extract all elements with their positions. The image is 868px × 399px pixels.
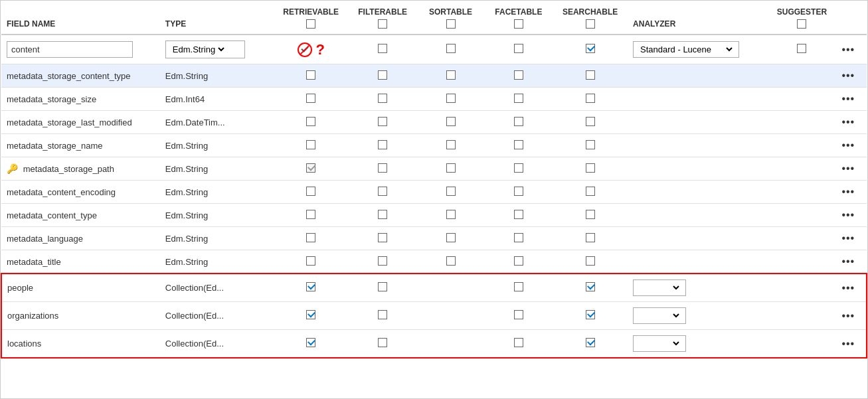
retrievable-checkbox[interactable] (306, 338, 315, 347)
row-actions-button[interactable]: ••• (841, 186, 855, 197)
searchable-checkbox[interactable] (586, 44, 595, 53)
col-header-searchable: SEARCHABLE (553, 1, 628, 35)
analyzer-select-wrapper[interactable]: Standard - Lucene (633, 41, 739, 58)
analyzer-select-wrapper[interactable] (633, 279, 686, 296)
row-actions-button[interactable]: ••• (841, 139, 855, 151)
field-name-cell: metadata_title (1, 250, 160, 274)
facetable-checkbox[interactable] (514, 187, 523, 196)
sortable-checkbox[interactable] (446, 94, 456, 103)
retrievable-checkbox[interactable] (306, 187, 315, 196)
row-actions-button[interactable]: ••• (841, 44, 855, 55)
searchable-checkbox[interactable] (586, 140, 595, 149)
suggester-header-checkbox[interactable] (797, 19, 806, 29)
sortable-checkbox[interactable] (446, 187, 456, 196)
type-label: Edm.String (165, 187, 208, 197)
row-actions-button[interactable]: ••• (841, 256, 855, 267)
facetable-checkbox[interactable] (514, 233, 523, 242)
facetable-checkbox[interactable] (514, 44, 523, 53)
sortable-checkbox[interactable] (446, 210, 456, 219)
filterable-checkbox[interactable] (378, 163, 387, 173)
retrievable-checkbox[interactable] (306, 310, 315, 319)
facetable-checkbox[interactable] (514, 282, 523, 291)
retrievable-checkbox[interactable] (306, 233, 315, 242)
sortable-checkbox[interactable] (446, 70, 456, 80)
searchable-checkbox[interactable] (586, 94, 595, 103)
retrievable-checkbox[interactable] (306, 256, 315, 266)
searchable-header-checkbox[interactable] (586, 19, 595, 29)
facetable-cell (485, 64, 553, 88)
searchable-checkbox[interactable] (586, 282, 595, 291)
searchable-checkbox[interactable] (586, 117, 595, 126)
retrievable-header-checkbox[interactable] (306, 19, 315, 29)
filterable-checkbox[interactable] (378, 282, 387, 291)
facetable-checkbox[interactable] (514, 70, 523, 80)
retrievable-checkbox[interactable] (306, 210, 315, 219)
field-name-label: locations (7, 339, 41, 349)
retrievable-checkbox[interactable] (306, 94, 315, 103)
facetable-checkbox[interactable] (514, 140, 523, 149)
searchable-checkbox[interactable] (586, 256, 595, 266)
retrievable-checkbox[interactable] (306, 282, 315, 291)
facetable-header-checkbox[interactable] (514, 19, 523, 29)
type-select[interactable]: Edm.String (170, 44, 226, 55)
filterable-checkbox[interactable] (378, 140, 387, 149)
row-actions-button[interactable]: ••• (841, 310, 855, 321)
row-actions-button[interactable]: ••• (841, 209, 855, 220)
facetable-checkbox[interactable] (514, 210, 523, 219)
row-actions-button[interactable]: ••• (841, 282, 855, 293)
facetable-checkbox[interactable] (514, 338, 523, 347)
searchable-checkbox[interactable] (586, 163, 595, 173)
searchable-checkbox[interactable] (586, 210, 595, 219)
analyzer-select[interactable]: Standard - Lucene (638, 44, 735, 55)
type-select-wrapper[interactable]: Edm.String (165, 40, 245, 58)
analyzer-select-wrapper[interactable] (633, 335, 686, 352)
filterable-checkbox[interactable] (378, 117, 387, 126)
row-actions-button[interactable]: ••• (841, 93, 855, 104)
searchable-checkbox[interactable] (586, 70, 595, 80)
row-actions-button[interactable]: ••• (841, 163, 855, 174)
row-actions-button[interactable]: ••• (841, 70, 855, 81)
analyzer-select[interactable] (638, 338, 681, 349)
facetable-checkbox[interactable] (514, 94, 523, 103)
sortable-checkbox[interactable] (446, 140, 456, 149)
suggester-checkbox[interactable] (797, 44, 806, 53)
filterable-checkbox[interactable] (378, 94, 387, 103)
sortable-checkbox[interactable] (446, 256, 456, 266)
retrievable-checkbox[interactable] (306, 140, 315, 149)
filterable-checkbox[interactable] (378, 338, 387, 347)
filterable-checkbox[interactable] (378, 44, 387, 53)
sortable-checkbox[interactable] (446, 117, 456, 126)
field-name-input[interactable] (7, 41, 133, 58)
analyzer-select[interactable] (638, 310, 681, 321)
row-actions-button[interactable]: ••• (841, 116, 855, 127)
searchable-checkbox[interactable] (586, 233, 595, 242)
type-cell: Edm.String (160, 181, 274, 204)
analyzer-select-wrapper[interactable] (633, 307, 686, 324)
facetable-checkbox[interactable] (514, 117, 523, 126)
row-actions-button[interactable]: ••• (841, 338, 855, 349)
filterable-checkbox[interactable] (378, 256, 387, 266)
analyzer-select[interactable] (638, 282, 681, 293)
filterable-checkbox[interactable] (378, 233, 387, 242)
sortable-header-checkbox[interactable] (446, 19, 456, 29)
facetable-checkbox[interactable] (514, 163, 523, 173)
sortable-checkbox[interactable] (446, 233, 456, 242)
searchable-checkbox[interactable] (586, 310, 595, 319)
sortable-checkbox[interactable] (446, 44, 456, 53)
row-actions-button[interactable]: ••• (841, 232, 855, 244)
filterable-cell (349, 35, 416, 64)
retrievable-checkbox[interactable] (306, 70, 315, 80)
facetable-checkbox[interactable] (514, 256, 523, 266)
filterable-header-checkbox[interactable] (378, 19, 387, 29)
filterable-checkbox[interactable] (378, 210, 387, 219)
retrievable-checkbox[interactable] (306, 117, 315, 126)
table-row: metadata_title Edm.String ••• (1, 250, 867, 274)
searchable-checkbox[interactable] (586, 187, 595, 196)
filterable-checkbox[interactable] (378, 187, 387, 196)
searchable-checkbox[interactable] (586, 338, 595, 347)
facetable-checkbox[interactable] (514, 310, 523, 319)
key-icon: 🔑 (7, 163, 18, 174)
filterable-checkbox[interactable] (378, 70, 387, 80)
filterable-checkbox[interactable] (378, 310, 387, 319)
sortable-checkbox[interactable] (446, 163, 456, 173)
